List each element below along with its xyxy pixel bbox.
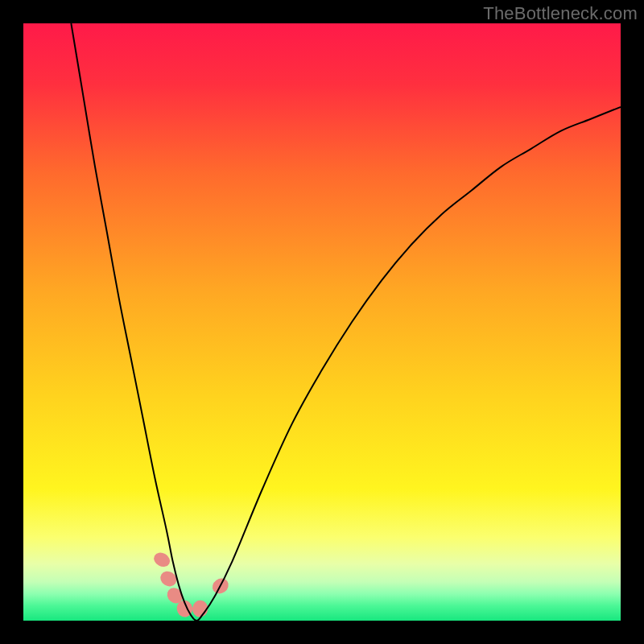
chart-svg <box>23 23 621 621</box>
pink-marker-2 <box>158 568 180 589</box>
plot-area <box>23 23 621 621</box>
markers-group <box>151 550 231 618</box>
chart-frame: TheBottleneck.com <box>0 0 644 644</box>
bottleneck-curve <box>71 23 621 621</box>
pink-marker-1 <box>151 550 172 569</box>
watermark-text: TheBottleneck.com <box>483 3 638 24</box>
